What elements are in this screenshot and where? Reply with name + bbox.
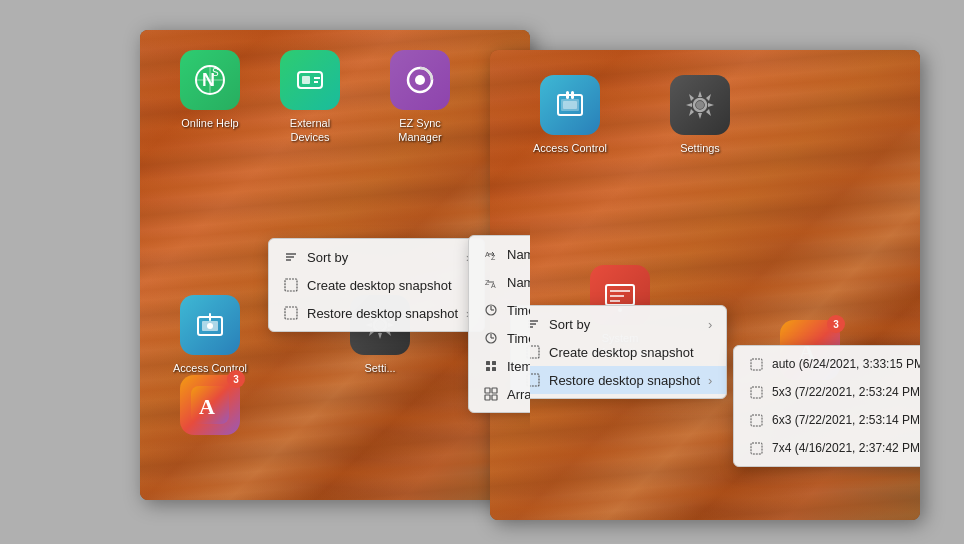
snap-7x4-icon [748,440,764,456]
icon-ez-sync-label: EZ Sync Manager [380,116,460,145]
context-menu-right: Sort by › Create desktop snapshot Restor… [510,305,727,399]
name-az-icon: A Z [483,246,499,262]
sort-name-az[interactable]: A Z Name(a-z) [469,240,530,268]
screenshot-container: N S Online Help [0,0,964,544]
icon-access-control-right[interactable]: Access Control [530,75,610,155]
svg-rect-64 [751,359,762,370]
svg-rect-22 [285,279,297,291]
svg-rect-65 [751,387,762,398]
svg-rect-48 [563,101,577,109]
icon-settings-right-img [670,75,730,135]
name-za-icon: Z A [483,274,499,290]
icon-access-control-right-label: Access Control [533,141,607,155]
svg-text:A: A [491,282,496,289]
icon-external-devices[interactable]: External Devices [270,50,350,145]
svg-point-10 [415,75,425,85]
restore-snapshot-r-label: Restore desktop snapshot [549,373,700,388]
svg-rect-45 [492,395,497,400]
snap-5x3[interactable]: 5x3 (7/22/2021, 2:53:24 PM) [734,378,920,406]
icon-external-devices-img [280,50,340,110]
menu-create-snapshot[interactable]: Create desktop snapshot [269,271,484,299]
svg-rect-14 [209,313,211,321]
restore-snapshot-icon [283,305,299,321]
sort-by-label: Sort by [307,250,348,265]
svg-rect-66 [751,415,762,426]
window-left: N S Online Help [140,30,530,500]
icon-settings-left-label: Setti... [364,361,395,375]
icon-artstudio-left[interactable]: A 3 [170,375,250,441]
create-snapshot-icon [283,277,299,293]
svg-point-52 [696,101,704,109]
create-snapshot-r-label: Create desktop snapshot [549,345,694,360]
sort-chevron-r: › [708,317,712,332]
snap-6x3-label: 6x3 (7/22/2021, 2:53:14 PM) [772,413,920,427]
arrange-label: Arrange closely [507,387,530,402]
svg-rect-23 [285,307,297,319]
time-oldest-label: Time(Oldest-Newest) [507,303,530,318]
svg-text:A: A [199,394,215,419]
artstudio-left-badge: 3 [227,370,245,388]
svg-rect-40 [486,367,490,371]
svg-rect-43 [492,388,497,393]
svg-rect-42 [485,388,490,393]
svg-rect-67 [751,443,762,454]
svg-point-13 [207,323,213,329]
icon-online-help-img: N S [180,50,240,110]
window-right: Access Control [490,50,920,520]
menu-create-snapshot-r[interactable]: Create desktop snapshot [511,338,726,366]
icon-settings-right[interactable]: Settings [660,75,740,155]
svg-rect-39 [492,361,496,365]
icon-external-devices-label: External Devices [270,116,350,145]
time-oldest-icon [483,302,499,318]
svg-rect-53 [606,285,634,305]
svg-rect-49 [566,91,569,99]
svg-rect-50 [571,91,574,99]
item-type-label: Item type [507,359,530,374]
icon-access-control-left[interactable]: Access Control [170,295,250,375]
icon-access-control-left-img [180,295,240,355]
svg-rect-38 [486,361,490,365]
menu-sort-by[interactable]: Sort by › [269,243,484,271]
menu-restore-snapshot-r[interactable]: Restore desktop snapshot › [511,366,726,394]
item-type-icon [483,358,499,374]
artstudio-right-badge: 3 [827,315,845,333]
menu-restore-snapshot[interactable]: Restore desktop snapshot › [269,299,484,327]
svg-rect-44 [485,395,490,400]
sort-arrange[interactable]: Arrange closely [469,380,530,408]
name-za-label: Name(z-a) [507,275,530,290]
icon-settings-right-label: Settings [680,141,720,155]
sort-name-za[interactable]: Z A Name(z-a) [469,268,530,296]
snap-5x3-label: 5x3 (7/22/2021, 2:53:24 PM) [772,385,920,399]
sort-by-r-label: Sort by [549,317,590,332]
icon-online-help[interactable]: N S Online Help [170,50,250,130]
sort-item-type[interactable]: Item type [469,352,530,380]
sort-icon [283,249,299,265]
time-newest-icon [483,330,499,346]
snapshot-submenu: auto (6/24/2021, 3:33:15 PM) 5x3 (7/22/2… [733,345,920,467]
snap-auto-label: auto (6/24/2021, 3:33:15 PM) [772,357,920,371]
arrange-icon [483,386,499,402]
snap-7x4-label: 7x4 (4/16/2021, 2:37:42 PM) [772,441,920,455]
svg-rect-6 [302,76,310,84]
snap-5x3-icon [748,384,764,400]
snap-auto[interactable]: auto (6/24/2021, 3:33:15 PM) [734,350,920,378]
sort-submenu: A Z Name(a-z) Z A Name [468,235,530,413]
icon-artstudio-left-img: A 3 [180,375,240,435]
svg-rect-41 [492,367,496,371]
name-az-label: Name(a-z) [507,247,530,262]
snap-6x3[interactable]: 6x3 (7/22/2021, 2:53:14 PM) [734,406,920,434]
menu-sort-by-r[interactable]: Sort by › [511,310,726,338]
sort-time-newest[interactable]: Time(Newest-Oldest) [469,324,530,352]
icon-access-control-right-img [540,75,600,135]
icon-ez-sync[interactable]: EZ Sync Manager [380,50,460,145]
snap-7x4[interactable]: 7x4 (4/16/2021, 2:37:42 PM) [734,434,920,462]
restore-snapshot-label: Restore desktop snapshot [307,306,458,321]
sort-time-oldest[interactable]: Time(Oldest-Newest) [469,296,530,324]
icon-online-help-label: Online Help [181,116,238,130]
snap-auto-icon [748,356,764,372]
snap-6x3-icon [748,412,764,428]
svg-text:S: S [212,67,219,78]
context-menu-left: Sort by › Create desktop snapshot Restor… [268,238,485,332]
restore-chevron-r: › [708,373,712,388]
time-newest-label: Time(Newest-Oldest) [507,331,530,346]
